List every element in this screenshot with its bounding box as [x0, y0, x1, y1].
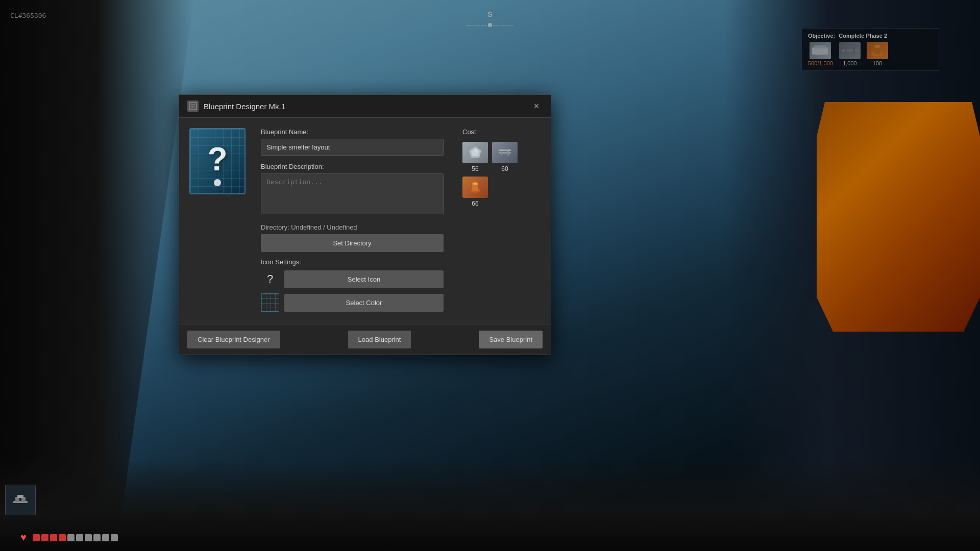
- icon-preview: ?: [261, 270, 279, 288]
- save-button[interactable]: Save Blueprint: [479, 331, 543, 348]
- cost-title: Cost:: [462, 128, 543, 136]
- directory-text: Directory: Undefined / Undefined: [261, 223, 444, 231]
- cost-item-copper: 66: [462, 177, 488, 207]
- svg-rect-18: [499, 149, 511, 151]
- cost-items: 56 60: [462, 142, 543, 207]
- blueprint-designer-modal: Blueprint Designer Mk.1 × ? Blueprint Na…: [179, 94, 551, 355]
- blueprint-dot: [214, 179, 221, 186]
- svg-rect-26: [17, 495, 23, 498]
- cost-icon-copper: [462, 177, 488, 198]
- modal-footer: Clear Blueprint Designer Load Blueprint …: [179, 324, 551, 355]
- svg-point-22: [473, 183, 477, 185]
- modal-body: ? Blueprint Name: Blueprint Description:…: [179, 118, 551, 324]
- health-seg-7: [85, 534, 92, 541]
- color-swatch: [261, 293, 279, 312]
- blueprint-name-input[interactable]: [261, 139, 444, 156]
- cost-count-iron: 60: [501, 165, 508, 172]
- cost-item-stone: 56: [462, 142, 488, 172]
- health-seg-1: [33, 534, 40, 541]
- health-seg-5: [67, 534, 75, 541]
- close-button[interactable]: ×: [530, 100, 543, 112]
- health-seg-6: [76, 534, 83, 541]
- health-seg-3: [50, 534, 57, 541]
- select-icon-row: ? Select Icon: [261, 270, 444, 288]
- health-seg-4: [59, 534, 66, 541]
- modal-title: Blueprint Designer Mk.1: [204, 102, 285, 111]
- health-seg-2: [41, 534, 48, 541]
- blueprint-thumbnail: ?: [189, 128, 246, 194]
- cost-panel: Cost: 56: [454, 118, 551, 324]
- icon-settings-label: Icon Settings:: [261, 258, 444, 266]
- set-directory-button[interactable]: Set Directory: [261, 234, 444, 252]
- select-icon-button[interactable]: Select Icon: [284, 270, 444, 288]
- blueprint-preview-panel: ?: [179, 118, 256, 324]
- desc-label: Blueprint Description:: [261, 163, 444, 170]
- cost-icon-iron: [492, 142, 518, 163]
- health-seg-9: [102, 534, 109, 541]
- clear-button[interactable]: Clear Blueprint Designer: [187, 331, 280, 348]
- modal-title-area: Blueprint Designer Mk.1: [187, 101, 285, 112]
- blueprint-form-panel: Blueprint Name: Blueprint Description: D…: [256, 118, 454, 324]
- select-color-button[interactable]: Select Color: [284, 294, 444, 312]
- cost-icon-stone: [462, 142, 488, 163]
- health-icon: ♥: [20, 532, 27, 543]
- select-color-row: Select Color: [261, 293, 444, 312]
- cost-count-stone: 56: [472, 165, 478, 172]
- health-bar: [33, 534, 118, 541]
- blueprint-desc-input[interactable]: [261, 173, 444, 214]
- name-label: Blueprint Name:: [261, 128, 444, 136]
- health-seg-10: [111, 534, 118, 541]
- cost-item-iron: 60: [492, 142, 518, 172]
- blueprint-question-mark: ?: [207, 143, 227, 176]
- cost-count-copper: 66: [472, 200, 478, 207]
- health-seg-8: [93, 534, 101, 541]
- load-button[interactable]: Load Blueprint: [348, 331, 411, 348]
- modal-header: Blueprint Designer Mk.1 ×: [179, 95, 551, 118]
- svg-rect-15: [499, 152, 511, 154]
- bottom-hud: ♥: [20, 532, 118, 543]
- blueprint-icon: [187, 101, 199, 112]
- inventory-thumbnail: [5, 485, 36, 515]
